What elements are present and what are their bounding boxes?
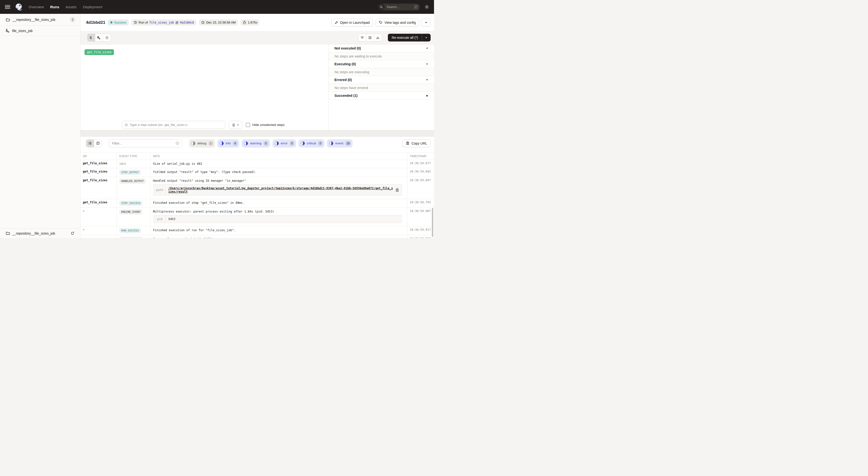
log-row[interactable]: -RUN_SUCCESSFinished execution of run fo… bbox=[81, 226, 434, 235]
clear-filter-icon[interactable] bbox=[175, 141, 180, 145]
log-row[interactable]: get_file_sizesSTEP_OUTPUTYielded output … bbox=[81, 168, 434, 177]
step-subset-input[interactable] bbox=[122, 121, 225, 129]
run-datetime: Dec 15, 10:36:58 AM bbox=[206, 21, 236, 24]
log-level-toggle-debug[interactable]: debug1 bbox=[189, 139, 215, 147]
view-tags-config-button[interactable]: View tags and config bbox=[375, 19, 419, 27]
search-input[interactable]: / bbox=[378, 4, 420, 10]
copy-url-label: Copy URL bbox=[411, 141, 427, 145]
nav-link-runs[interactable]: Runs bbox=[50, 5, 60, 9]
log-message: Finished execution of run for "file_size… bbox=[153, 228, 405, 232]
collapse-down-button[interactable] bbox=[359, 34, 366, 41]
repo-count-badge: 1 bbox=[70, 17, 75, 22]
log-scrollbar-thumb[interactable] bbox=[432, 208, 433, 237]
timestamp-cell: 10:36:59.683 bbox=[407, 168, 434, 177]
log-message: Handled output "result" using IO manager… bbox=[153, 178, 405, 182]
clock-icon bbox=[201, 21, 205, 24]
gantt-timing-view-button[interactable] bbox=[103, 34, 111, 41]
copy-url-button[interactable]: Copy URL bbox=[402, 139, 431, 147]
sidebar-repo-label: __repository__file_sizes_job bbox=[12, 18, 67, 22]
info-cell: Handled output "result" using IO manager… bbox=[151, 177, 407, 199]
search-field[interactable] bbox=[385, 5, 413, 9]
hamburger-menu-icon[interactable] bbox=[5, 5, 10, 9]
log-row[interactable]: get_file_sizesSTEP_SUCCESSFinished execu… bbox=[81, 199, 434, 208]
run-status-badge[interactable]: Success bbox=[108, 20, 128, 26]
log-row[interactable]: -ENGINE_EVENTProcess for run exited (pid… bbox=[81, 235, 434, 238]
log-row[interactable]: get_file_sizesHANDLED_OUTPUTHandled outp… bbox=[81, 177, 434, 199]
step-status-panel: Not executed (0)▼No steps are waiting to… bbox=[329, 44, 434, 130]
nav-link-overview[interactable]: Overview bbox=[29, 5, 44, 9]
split-panels-button[interactable] bbox=[366, 34, 374, 41]
settings-gear-icon[interactable] bbox=[425, 5, 429, 9]
step-panel-section-header[interactable]: Not executed (0)▼ bbox=[329, 44, 434, 53]
log-level-toggle-info[interactable]: info4 bbox=[217, 139, 240, 147]
gantt-flat-view-button[interactable] bbox=[87, 34, 95, 41]
reload-repository-icon[interactable] bbox=[71, 232, 74, 235]
log-row[interactable]: get_file_sizesINFOSize of serial_job.py … bbox=[81, 160, 434, 168]
log-level-toggle-warning[interactable]: warning0 bbox=[242, 139, 270, 147]
reexecute-all-button[interactable]: Re-execute all (*) bbox=[388, 34, 431, 41]
step-panel-section-header[interactable]: Succeeded (1)▶ bbox=[329, 92, 434, 100]
job-link[interactable]: file_sizes_job bbox=[149, 21, 174, 24]
event-type-badge: RUN_SUCCESS bbox=[119, 228, 141, 233]
log-level-toggle-error[interactable]: error0 bbox=[273, 139, 296, 147]
log-message: Multiprocess executor: parent process ex… bbox=[153, 209, 405, 213]
chevron-down-icon: ▼ bbox=[426, 63, 428, 65]
step-panel-section-header[interactable]: Errored (0)▼ bbox=[329, 76, 434, 84]
history-clock-icon bbox=[133, 21, 137, 24]
timestamp-cell: 10:36:59.697 bbox=[407, 177, 434, 199]
run-actions-chevron-button[interactable] bbox=[422, 19, 431, 27]
nav-link-deployment[interactable]: Deployment bbox=[83, 5, 102, 9]
hide-unselected-checkbox[interactable] bbox=[246, 123, 250, 127]
search-shortcut-key: / bbox=[413, 5, 418, 9]
open-in-launchpad-button[interactable]: Open in Launchpad bbox=[331, 19, 373, 27]
chevron-right-icon: ▶ bbox=[427, 94, 428, 97]
tag-icon bbox=[379, 21, 382, 24]
metadata-key: pid bbox=[154, 215, 166, 223]
log-message: Finished execution of step "get_file_siz… bbox=[153, 201, 405, 205]
sidebar-footer-repository[interactable]: __repository__file_sizes_job bbox=[0, 228, 80, 238]
op-cell: - bbox=[81, 226, 117, 235]
sidebar-footer-label: __repository__file_sizes_job bbox=[12, 232, 68, 235]
log-level-toggle-event[interactable]: event16 bbox=[327, 139, 352, 147]
run-id-title: 4d1bbd21 bbox=[86, 20, 105, 25]
copy-path-icon[interactable] bbox=[395, 188, 399, 192]
level-count-badge: 0 bbox=[264, 141, 268, 146]
pencil-icon bbox=[335, 21, 338, 24]
run-of-label: Run of bbox=[139, 21, 148, 24]
log-raw-view-button[interactable] bbox=[94, 140, 102, 147]
step-panel-section-header[interactable]: Executing (0)▼ bbox=[329, 60, 434, 68]
event-type-cell: STEP_SUCCESS bbox=[117, 199, 151, 207]
op-cell: get_file_sizes bbox=[81, 177, 117, 199]
commit-link[interactable]: 0a318dcb bbox=[180, 21, 194, 24]
folder-icon bbox=[6, 231, 10, 235]
log-filter-input[interactable] bbox=[109, 139, 182, 147]
info-cell: Multiprocess executor: parent process ex… bbox=[151, 208, 407, 226]
toggle-switch-icon bbox=[191, 141, 195, 145]
step-subset-field[interactable] bbox=[130, 123, 223, 127]
log-filter-field[interactable] bbox=[112, 141, 175, 145]
sidebar-item-job[interactable]: file_sizes_job bbox=[0, 26, 80, 36]
reexecute-caret-icon[interactable] bbox=[422, 34, 431, 41]
sidebar-job-label: file_sizes_job bbox=[12, 29, 75, 33]
apply-subset-button[interactable] bbox=[229, 121, 242, 129]
section-title: Succeeded (1) bbox=[334, 94, 358, 98]
output-path-link[interactable]: /Users/erincochran/Desktop/asset_tutoria… bbox=[168, 186, 394, 193]
view-tags-config-label: View tags and config bbox=[384, 21, 416, 25]
level-count-badge: 1 bbox=[208, 141, 213, 146]
sidebar-item-repository[interactable]: __repository__file_sizes_job 1 bbox=[0, 14, 80, 26]
log-level-toggle-critical[interactable]: critical0 bbox=[299, 139, 324, 147]
nav-link-assets[interactable]: Assets bbox=[66, 5, 76, 9]
step-chip-get-file-sizes[interactable]: get_file_sizes bbox=[85, 49, 114, 55]
level-count-badge: 4 bbox=[232, 141, 238, 146]
expand-up-button[interactable] bbox=[374, 34, 382, 41]
log-section: debug1info4warning0error0critical0event1… bbox=[81, 137, 434, 238]
level-label: critical bbox=[307, 141, 316, 145]
log-list-view-button[interactable] bbox=[86, 140, 94, 147]
dagster-logo[interactable] bbox=[14, 2, 23, 12]
folder-icon bbox=[6, 18, 10, 22]
section-title: Not executed (0) bbox=[334, 46, 361, 50]
log-row[interactable]: -ENGINE_EVENTMultiprocess executor: pare… bbox=[81, 208, 434, 226]
step-panel-section-body: No steps have errored bbox=[329, 84, 434, 92]
event-type-badge: STEP_SUCCESS bbox=[119, 201, 142, 206]
gantt-waterfall-view-button[interactable] bbox=[95, 34, 103, 41]
